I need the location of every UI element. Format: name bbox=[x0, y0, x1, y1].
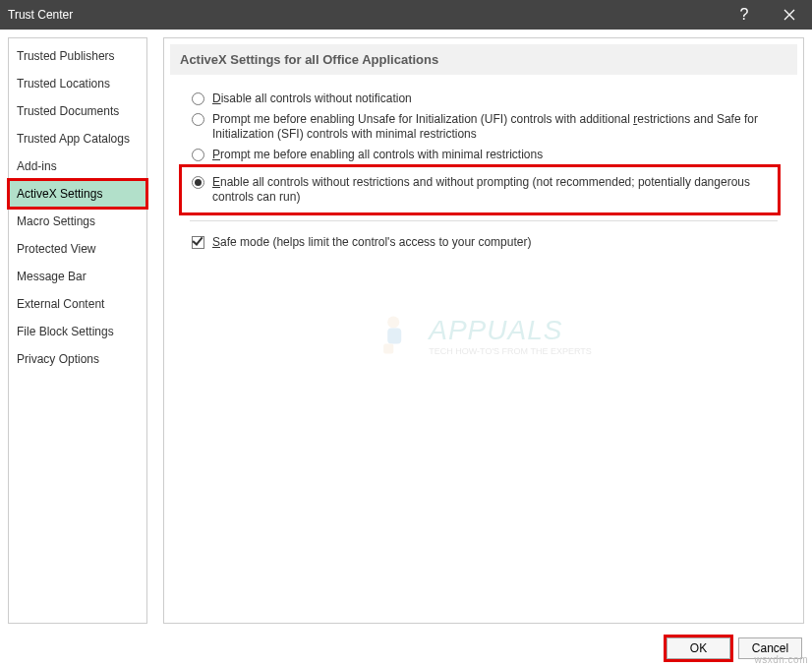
sidebar-item-activex-settings[interactable]: ActiveX Settings bbox=[9, 180, 146, 208]
radio-icon bbox=[192, 176, 204, 189]
sidebar-item-trusted-locations[interactable]: Trusted Locations bbox=[9, 70, 146, 97]
svg-rect-1 bbox=[387, 329, 401, 344]
source-credit: wsxdn.com bbox=[754, 654, 808, 665]
svg-rect-2 bbox=[383, 344, 393, 354]
help-button[interactable]: ? bbox=[722, 0, 767, 30]
radio-enable-all[interactable]: Enable all controls without restrictions… bbox=[182, 172, 778, 208]
window-title: Trust Center bbox=[0, 8, 722, 22]
radio-disable-all[interactable]: Disable all controls without notificatio… bbox=[170, 89, 797, 109]
settings-panel: ActiveX Settings for all Office Applicat… bbox=[163, 37, 804, 624]
radio-label: Disable all controls without notificatio… bbox=[212, 91, 778, 106]
radio-prompt-ufi[interactable]: Prompt me before enabling Unsafe for Ini… bbox=[170, 109, 797, 145]
section-header: ActiveX Settings for all Office Applicat… bbox=[170, 44, 797, 75]
sidebar-item-macro-settings[interactable]: Macro Settings bbox=[9, 208, 146, 235]
divider bbox=[190, 220, 778, 221]
checkbox-icon bbox=[192, 236, 204, 249]
sidebar-item-trusted-publishers[interactable]: Trusted Publishers bbox=[9, 42, 146, 70]
sidebar-item-trusted-app-catalogs[interactable]: Trusted App Catalogs bbox=[9, 125, 146, 152]
ok-button[interactable]: OK bbox=[667, 637, 730, 659]
sidebar-item-file-block-settings[interactable]: File Block Settings bbox=[9, 318, 146, 345]
dialog-body: Trusted Publishers Trusted Locations Tru… bbox=[0, 30, 812, 632]
radio-prompt-all[interactable]: Prompt me before enabling all controls w… bbox=[170, 145, 797, 165]
radio-label: Enable all controls without restrictions… bbox=[212, 175, 770, 205]
sidebar-item-trusted-documents[interactable]: Trusted Documents bbox=[9, 97, 146, 125]
close-button[interactable] bbox=[767, 0, 812, 30]
radio-icon bbox=[192, 149, 204, 161]
close-icon bbox=[783, 9, 795, 21]
watermark: APPUALS TECH HOW-TO'S FROM THE EXPERTS bbox=[376, 313, 592, 358]
radio-icon bbox=[192, 113, 204, 126]
svg-point-0 bbox=[387, 317, 399, 329]
category-sidebar: Trusted Publishers Trusted Locations Tru… bbox=[8, 37, 147, 624]
sidebar-item-message-bar[interactable]: Message Bar bbox=[9, 263, 146, 290]
watermark-icon bbox=[376, 313, 421, 358]
checkbox-label: Safe mode (helps limit the control's acc… bbox=[212, 235, 531, 249]
radio-label: Prompt me before enabling Unsafe for Ini… bbox=[212, 112, 778, 142]
sidebar-item-protected-view[interactable]: Protected View bbox=[9, 235, 146, 263]
sidebar-item-external-content[interactable]: External Content bbox=[9, 290, 146, 318]
sidebar-item-privacy-options[interactable]: Privacy Options bbox=[9, 345, 146, 373]
radio-icon bbox=[192, 92, 204, 105]
sidebar-item-add-ins[interactable]: Add-ins bbox=[9, 152, 146, 180]
checkbox-safe-mode[interactable]: Safe mode (helps limit the control's acc… bbox=[170, 229, 797, 255]
titlebar: Trust Center ? bbox=[0, 0, 812, 30]
radio-label: Prompt me before enabling all controls w… bbox=[212, 148, 778, 162]
